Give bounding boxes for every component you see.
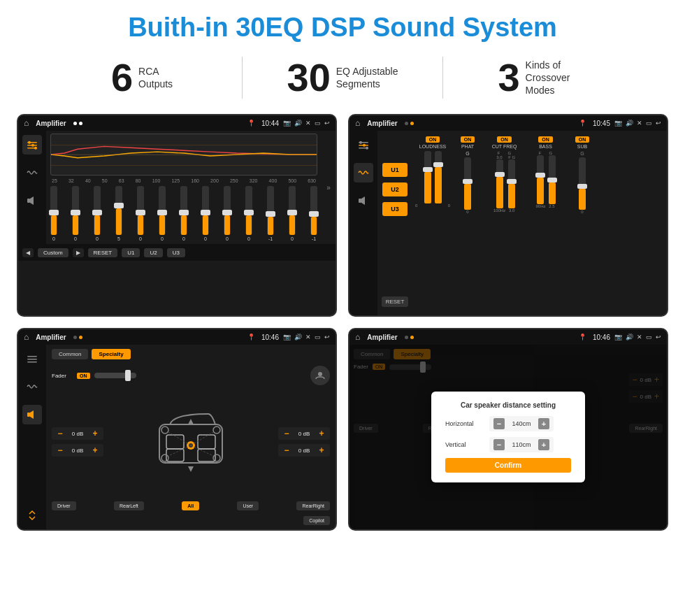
fader-location-icon: 📍: [247, 334, 255, 341]
xover-speaker-icon[interactable]: [354, 191, 373, 210]
stat-text-eq: EQ AdjustableSegments: [336, 65, 398, 90]
fader-speaker-icon[interactable]: [22, 405, 42, 424]
loudness-sliders: [424, 151, 442, 203]
horizontal-plus-button[interactable]: +: [538, 418, 549, 429]
left-top-minus[interactable]: −: [55, 429, 65, 438]
stat-eq: 30 EQ AdjustableSegments: [243, 58, 442, 97]
horizontal-minus-button[interactable]: −: [493, 418, 505, 429]
freq-63: 63: [119, 178, 124, 183]
right-bot-plus[interactable]: +: [317, 445, 326, 455]
bass-on[interactable]: ON: [538, 136, 553, 143]
cutfreq-on[interactable]: ON: [497, 136, 512, 143]
copilot-row: Copilot: [52, 516, 330, 525]
freq-200: 200: [210, 178, 219, 183]
slider-3: 5: [115, 186, 122, 241]
eq-speaker-icon[interactable]: [22, 191, 42, 210]
phat-label: PHAT: [461, 144, 474, 149]
fader-screen-card: ⌂ Amplifier 📍 10:46 📷 🔊 ✕ ▭ ↩: [17, 328, 337, 531]
dialog-screen-card: ⌂ Amplifier 📍 10:46 📷 🔊 ✕ ▭ ↩: [348, 328, 668, 531]
freq-50: 50: [102, 178, 108, 183]
eq-u3-button[interactable]: U3: [167, 248, 185, 257]
eq-next-button[interactable]: ▶: [73, 248, 84, 257]
eq-time: 10:44: [261, 120, 279, 127]
slider-11: 0: [289, 186, 296, 241]
svg-rect-18: [27, 359, 37, 360]
ch-sub: ON SUB G 0: [568, 136, 597, 214]
eq-prev-button[interactable]: ◀: [22, 248, 34, 257]
rearright-button[interactable]: RearRight: [296, 501, 330, 510]
xover-camera-icon: 📷: [614, 120, 622, 127]
eq-custom-button[interactable]: Custom: [38, 248, 68, 257]
svg-marker-39: [188, 466, 194, 472]
fader-filter-icon[interactable]: [22, 349, 42, 368]
right-top-val: 0 dB: [294, 431, 314, 437]
xover-filter-icon[interactable]: [354, 135, 373, 155]
fader-main-area: Common Specialty Fader ON: [18, 345, 336, 529]
left-bot-db-control: − 0 dB +: [52, 444, 103, 457]
unit-u2-button[interactable]: U2: [382, 182, 408, 196]
vertical-minus-button[interactable]: −: [493, 439, 505, 450]
eq-sliders: 0 0 0 5: [50, 186, 317, 241]
left-bot-plus[interactable]: +: [90, 445, 100, 455]
fader-dot1: [73, 336, 77, 339]
fader-side-icons: [18, 345, 46, 529]
freq-400: 400: [269, 178, 277, 183]
ch-loudness: ON LOUDNESS 00: [415, 136, 450, 214]
slider-7: 0: [202, 186, 209, 241]
eq-reset-button[interactable]: RESET: [88, 248, 118, 257]
right-top-plus[interactable]: +: [317, 429, 326, 438]
vertical-plus-button[interactable]: +: [538, 439, 549, 450]
driver-button[interactable]: Driver: [52, 501, 76, 510]
svg-point-22: [318, 372, 322, 376]
left-bot-minus[interactable]: −: [55, 445, 65, 455]
tab-common-button[interactable]: Common: [52, 349, 88, 359]
fader-label: Fader: [52, 373, 73, 379]
stats-row: 6 RCAOutputs 30 EQ AdjustableSegments 3 …: [0, 50, 685, 108]
unit-u1-button[interactable]: U1: [382, 163, 408, 177]
left-top-val: 0 dB: [68, 431, 87, 437]
rearleft-button[interactable]: RearLeft: [114, 501, 144, 510]
all-button[interactable]: All: [182, 501, 199, 510]
tab-specialty-button[interactable]: Specialty: [92, 349, 130, 359]
back-icon: ↩: [324, 120, 330, 127]
freq-40: 40: [85, 178, 91, 183]
user-button[interactable]: User: [237, 501, 259, 510]
fader-track[interactable]: [94, 373, 136, 378]
fader-arrows-icon[interactable]: [22, 506, 42, 525]
xover-ch-row: ON LOUDNESS 00: [415, 134, 664, 217]
fader-content-area: Common Specialty Fader ON: [46, 345, 336, 529]
unit-u3-button[interactable]: U3: [382, 202, 408, 216]
loudness-on[interactable]: ON: [426, 136, 440, 143]
fader-wave-icon[interactable]: [22, 377, 42, 396]
xover-reset-button[interactable]: RESET: [382, 296, 409, 307]
ch-bass: ON BASS FG 90Hz 2.5: [526, 136, 565, 214]
right-bot-minus[interactable]: −: [282, 445, 291, 455]
eq-filter-icon[interactable]: [22, 135, 42, 155]
vertical-row: Vertical − 110cm +: [445, 437, 571, 452]
dialog-dot1: [405, 336, 408, 339]
stat-crossover: 3 Kinds ofCrossover Modes: [443, 58, 643, 97]
dialog-dot2: [410, 336, 414, 339]
copilot-button[interactable]: Copilot: [303, 516, 330, 525]
phat-g-label: G: [466, 151, 469, 156]
vertical-control: − 110cm +: [489, 437, 554, 452]
phat-on[interactable]: ON: [461, 136, 475, 143]
sub-on[interactable]: ON: [575, 136, 590, 143]
xover-battery-icon: ▭: [646, 120, 652, 127]
fader-back-icon: ↩: [324, 334, 330, 341]
stat-rca: 6 RCAOutputs: [42, 58, 242, 97]
slider-5: 0: [159, 186, 166, 241]
eq-u2-button[interactable]: U2: [144, 248, 162, 257]
fader-wifi-icon: ✕: [305, 334, 311, 341]
fader-on-badge[interactable]: ON: [77, 373, 90, 379]
right-top-minus[interactable]: −: [282, 429, 291, 438]
xover-dot1: [405, 122, 408, 125]
eq-wave-icon[interactable]: [22, 163, 42, 182]
xover-wave-icon[interactable]: [354, 163, 373, 182]
svg-point-3: [28, 141, 31, 144]
confirm-button[interactable]: Confirm: [445, 458, 571, 473]
left-top-plus[interactable]: +: [90, 429, 100, 438]
eq-u1-button[interactable]: U1: [122, 248, 140, 257]
fader-nav-buttons: Driver RearLeft All User RearRight: [52, 501, 330, 510]
dialog-title: Car speaker distance setting: [445, 401, 571, 409]
